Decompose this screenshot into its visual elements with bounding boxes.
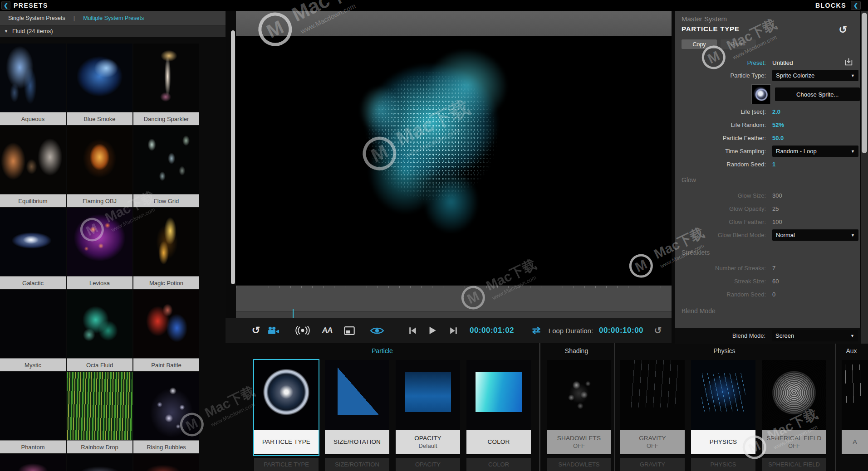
- preset-thumbnail: [0, 208, 66, 276]
- timeline-scrub-strip[interactable]: [236, 311, 672, 318]
- blocks-collapse-button[interactable]: ❮: [851, 1, 861, 10]
- inspector-scrollbar[interactable]: [862, 13, 867, 153]
- glow-feather-value[interactable]: 100: [772, 219, 782, 225]
- streaklets-random-seed-value[interactable]: 0: [772, 291, 775, 298]
- preset-item[interactable]: Flow Grid: [133, 126, 199, 208]
- visibility-button[interactable]: [367, 318, 387, 343]
- play-icon: [428, 326, 436, 335]
- life-random-row: Life Random:52%: [675, 118, 860, 131]
- block-physics[interactable]: PHYSICS: [691, 360, 755, 455]
- glow-blend-mode-dropdown[interactable]: Normal▼: [772, 229, 858, 241]
- blocks-tab-physics[interactable]: Physics: [614, 343, 835, 359]
- preset-group-header-fluid[interactable]: ▼ Fluid (24 items): [0, 25, 226, 37]
- current-timecode: 00:00:01:02: [467, 318, 517, 343]
- glow-opacity-value[interactable]: 25: [772, 205, 779, 212]
- blocks-tab-shading[interactable]: Shading: [539, 343, 614, 359]
- preset-item[interactable]: Octa Fluid: [67, 290, 132, 372]
- blocks-tab-particle[interactable]: Particle: [226, 343, 539, 359]
- loop-duration-value[interactable]: 00:00:10:00: [597, 318, 646, 343]
- block-particle-type[interactable]: PARTICLE TYPE: [254, 360, 319, 455]
- block-size-rotation[interactable]: SIZE/ROTATION: [325, 360, 389, 455]
- streak-size-value[interactable]: 60: [772, 278, 779, 285]
- tab-multiple-system-presets[interactable]: Multiple System Presets: [75, 15, 152, 21]
- block-shadowlets[interactable]: SHADOWLETSOFF: [547, 360, 611, 455]
- number-of-streaks-value[interactable]: 7: [772, 265, 775, 272]
- pip-window-button[interactable]: [341, 318, 358, 343]
- preview-viewport[interactable]: [236, 36, 672, 286]
- preset-value[interactable]: Untitled: [772, 59, 793, 66]
- time-sampling-dropdown[interactable]: Random - Loop▼: [772, 146, 858, 157]
- glow-size-value[interactable]: 300: [772, 192, 782, 199]
- loop-reset-button[interactable]: ↺: [651, 318, 665, 343]
- preset-thumbnail: [0, 290, 66, 358]
- preset-item[interactable]: [67, 454, 132, 471]
- block-spherical-field[interactable]: SPHERICAL FIELDOFF: [762, 360, 826, 455]
- preset-item[interactable]: Blue Smoke: [67, 44, 132, 126]
- block-label: COLOR: [487, 438, 510, 446]
- block-gravity[interactable]: GRAVITYOFF: [620, 360, 685, 455]
- particle-type-dropdown[interactable]: Sprite Colorize▼: [772, 70, 858, 81]
- preset-item[interactable]: Rising Bubbles: [133, 372, 199, 454]
- random-seed-value[interactable]: 1: [772, 161, 775, 168]
- save-icon: [845, 58, 853, 66]
- preset-name: Equilibrium: [0, 194, 66, 208]
- play-button[interactable]: [425, 318, 440, 343]
- blend-mode-dropdown[interactable]: Screen▼: [772, 330, 858, 341]
- preset-item[interactable]: Aqueous: [0, 44, 66, 126]
- time-sampling-row: Time Sampling:Random - Loop▼: [675, 145, 860, 158]
- particle-feather-value[interactable]: 50.0: [772, 135, 784, 141]
- next-frame-button[interactable]: [446, 318, 461, 343]
- preset-thumbnail: [133, 126, 199, 194]
- preset-item[interactable]: Flaming OBJ: [67, 126, 132, 208]
- system-label: Master System: [682, 15, 860, 24]
- life-random-value[interactable]: 52%: [772, 121, 784, 128]
- preset-item[interactable]: Galactic: [0, 208, 66, 290]
- preset-thumbnail: [0, 454, 66, 471]
- inspector-title: PARTICLE TYPE: [682, 25, 740, 33]
- preset-item[interactable]: Leviosa: [67, 208, 132, 290]
- preset-item[interactable]: Rainbow Drop: [67, 372, 132, 454]
- preset-thumbnail: [67, 290, 132, 358]
- reset-icon: ↺: [252, 325, 260, 336]
- camera-button[interactable]: [265, 318, 283, 343]
- block-color[interactable]: COLOR: [466, 360, 531, 455]
- motion-blur-button[interactable]: [293, 318, 313, 343]
- previous-frame-button[interactable]: [405, 318, 420, 343]
- preset-row: Preset: Untitled: [675, 56, 860, 69]
- preset-label: Preset:: [675, 59, 766, 66]
- presets-back-button[interactable]: ❮: [1, 1, 10, 10]
- preset-item[interactable]: Phantom: [0, 372, 66, 454]
- save-preset-button[interactable]: [845, 58, 853, 68]
- tab-single-system-presets[interactable]: Single System Presets: [0, 15, 74, 21]
- font-preview-button[interactable]: AA: [318, 318, 336, 343]
- preset-item[interactable]: [133, 454, 199, 471]
- loop-icon: [531, 326, 542, 335]
- presets-tab-bar: Single System Presets | Multiple System …: [0, 11, 226, 25]
- blocks-tab-aux[interactable]: Aux: [835, 343, 868, 359]
- preset-item[interactable]: Dancing Sparkler: [133, 44, 199, 126]
- particle-feather-row: Particle Feather:50.0: [675, 131, 860, 145]
- choose-sprite-button[interactable]: Choose Sprite...: [775, 87, 860, 101]
- preset-name: Phantom: [0, 440, 66, 454]
- collapse-triangle-icon: ▼: [4, 29, 8, 34]
- sprite-thumbnail[interactable]: [751, 84, 771, 104]
- preset-item[interactable]: Equilibrium: [0, 126, 66, 208]
- preset-item[interactable]: Magic Potion: [133, 208, 199, 290]
- preset-item[interactable]: Mystic: [0, 290, 66, 372]
- life-row: Life [sec]:2.0: [675, 105, 860, 118]
- reset-parameters-button[interactable]: ↺: [839, 24, 847, 36]
- block-opacity[interactable]: OPACITYDefault: [396, 360, 460, 455]
- copy-button[interactable]: Copy: [682, 39, 717, 49]
- block-aux-partial[interactable]: A: [842, 360, 868, 455]
- loop-toggle-button[interactable]: [529, 318, 544, 343]
- preset-item[interactable]: Paint Battle: [133, 290, 199, 372]
- reset-view-button[interactable]: ↺: [249, 318, 263, 343]
- presets-scrollbar[interactable]: [231, 30, 235, 284]
- preset-item[interactable]: [0, 454, 66, 471]
- paste-button[interactable]: Paste: [721, 39, 756, 49]
- ghost-block-label: SIZE/ROTATION: [325, 458, 389, 471]
- blocks-group-divider: [539, 343, 540, 471]
- timeline-track[interactable]: [236, 286, 672, 311]
- life-value[interactable]: 2.0: [772, 108, 780, 115]
- presets-panel-title: PRESETS: [14, 2, 48, 9]
